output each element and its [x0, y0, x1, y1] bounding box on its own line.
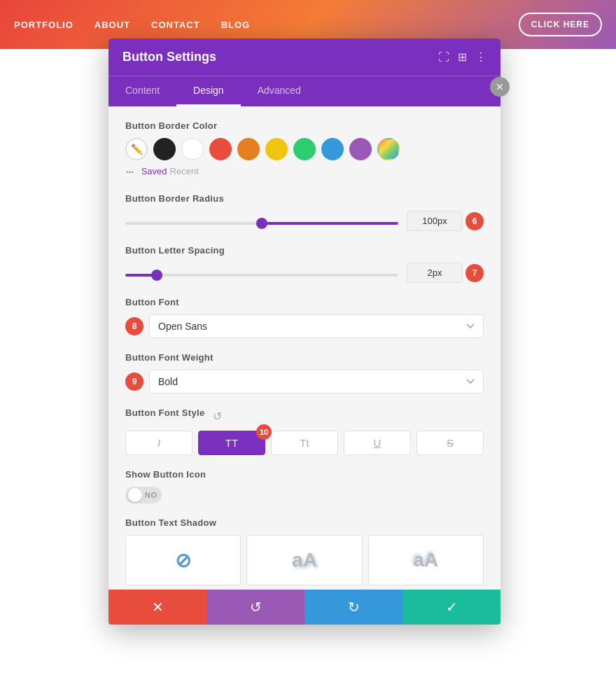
color-blue[interactable] — [321, 138, 344, 160]
font-style-capitalize[interactable]: Tt — [271, 431, 338, 455]
undo-button[interactable]: ↺ — [206, 590, 304, 625]
border-color-section: Button Border Color ✏️ ··· Saved Recent — [125, 120, 484, 179]
border-radius-value-input[interactable] — [407, 211, 463, 231]
color-pencil-swatch[interactable]: ✏️ — [125, 138, 148, 160]
border-radius-slider-container — [125, 215, 398, 228]
border-color-label: Button Border Color — [125, 120, 484, 131]
border-radius-value-box: 6 — [407, 211, 484, 231]
color-picker-row: ✏️ — [125, 138, 484, 160]
columns-icon[interactable]: ⊞ — [458, 50, 467, 64]
border-radius-section: Button Border Radius 6 — [125, 193, 484, 231]
step-6-badge: 6 — [465, 212, 484, 230]
toggle-no-label: NO — [145, 491, 158, 499]
modal-header: Button Settings ⛶ ⊞ ⋮ — [108, 39, 500, 76]
color-black[interactable] — [153, 138, 176, 160]
nav-blog[interactable]: BLOG — [221, 20, 251, 30]
fullscreen-icon[interactable]: ⛶ — [438, 51, 449, 64]
letter-spacing-section: Button Letter Spacing 7 — [125, 245, 484, 283]
font-dropdown-row: 8 Open Sans Roboto Lato Montserrat — [125, 314, 484, 338]
more-icon[interactable]: ⋮ — [475, 50, 486, 64]
color-purple[interactable] — [349, 138, 372, 160]
font-style-section: Button Font Style ↺ I TT 10 Tt U S — [125, 408, 484, 455]
more-colors-dots[interactable]: ··· — [125, 163, 133, 179]
letter-spacing-slider-row: 7 — [125, 263, 484, 283]
modal-tabs: Content Design Advanced — [108, 76, 500, 106]
step-7-badge: 7 — [465, 264, 484, 282]
recent-label[interactable]: Recent — [170, 166, 199, 176]
font-select[interactable]: Open Sans Roboto Lato Montserrat — [149, 314, 484, 338]
saved-recent-row: ··· Saved Recent — [125, 163, 484, 179]
border-radius-slider[interactable] — [125, 222, 398, 225]
border-radius-slider-row: 6 — [125, 211, 484, 231]
nav-about[interactable]: ABOUT — [94, 20, 130, 30]
font-label: Button Font — [125, 297, 484, 307]
font-style-underline[interactable]: U — [344, 431, 411, 455]
cta-button[interactable]: CLICK HERE — [519, 13, 602, 36]
letter-spacing-slider-container — [125, 267, 398, 279]
font-style-reset-icon[interactable]: ↺ — [213, 410, 222, 423]
color-gradient[interactable] — [377, 138, 400, 160]
bottom-bar: ✕ ↺ ↻ ✓ — [108, 590, 500, 625]
step-10-badge: 10 — [256, 424, 272, 440]
toggle-row: NO — [125, 487, 484, 503]
show-icon-section: Show Button Icon NO — [125, 469, 484, 503]
modal-header-icons: ⛶ ⊞ ⋮ — [438, 50, 486, 64]
tab-content[interactable]: Content — [108, 76, 176, 106]
letter-spacing-value-input[interactable] — [407, 263, 463, 283]
font-weight-section: Button Font Weight 9 Bold Normal Light 6… — [125, 352, 484, 394]
shadow-option-2[interactable]: aA — [368, 535, 484, 585]
save-button[interactable]: ✓ — [402, 590, 500, 625]
font-style-strikethrough[interactable]: S — [416, 431, 484, 455]
color-green[interactable] — [293, 138, 316, 160]
shadow-none[interactable]: ⊘ — [125, 535, 241, 585]
font-weight-select[interactable]: Bold Normal Light 600 — [149, 370, 484, 394]
show-icon-toggle[interactable]: NO — [125, 487, 162, 503]
saved-label[interactable]: Saved — [141, 166, 167, 176]
modal-close-circle[interactable]: ✕ — [490, 77, 510, 97]
no-shadow-icon: ⊘ — [175, 549, 191, 572]
show-icon-label: Show Button Icon — [125, 469, 484, 480]
font-weight-label: Button Font Weight — [125, 352, 484, 363]
step-9-badge: 9 — [125, 373, 144, 391]
modal-title: Button Settings — [122, 50, 216, 64]
font-style-label: Button Font Style — [125, 408, 204, 418]
letter-spacing-slider[interactable] — [125, 274, 398, 277]
letter-spacing-value-box: 7 — [407, 263, 484, 283]
border-radius-label: Button Border Radius — [125, 193, 484, 204]
step-8-badge: 8 — [125, 317, 144, 335]
font-style-buttons: I TT 10 Tt U S — [125, 431, 484, 455]
modal-content: Button Border Color ✏️ ··· Saved Recent — [108, 106, 500, 625]
color-red[interactable] — [209, 138, 232, 160]
color-orange[interactable] — [237, 138, 260, 160]
font-section: Button Font 8 Open Sans Roboto Lato Mont… — [125, 297, 484, 338]
letter-spacing-label: Button Letter Spacing — [125, 245, 484, 256]
tab-advanced[interactable]: Advanced — [241, 76, 318, 106]
font-style-italic[interactable]: I — [125, 431, 192, 455]
nav-contact[interactable]: CONTACT — [151, 20, 200, 30]
font-style-uppercase[interactable]: TT 10 — [198, 431, 265, 455]
cancel-button[interactable]: ✕ — [108, 590, 206, 625]
toggle-knob — [128, 488, 142, 502]
button-settings-modal: Button Settings ⛶ ⊞ ⋮ Content Design Adv… — [108, 39, 500, 625]
redo-button[interactable]: ↻ — [304, 590, 402, 625]
color-yellow[interactable] — [265, 138, 288, 160]
color-white[interactable] — [181, 138, 204, 160]
shadow-option-1[interactable]: aA — [246, 535, 362, 585]
tab-design[interactable]: Design — [176, 76, 241, 106]
text-shadow-label: Button Text Shadow — [125, 517, 484, 528]
nav-portfolio[interactable]: PORTFOLIO — [14, 20, 74, 30]
font-weight-dropdown-row: 9 Bold Normal Light 600 — [125, 370, 484, 394]
